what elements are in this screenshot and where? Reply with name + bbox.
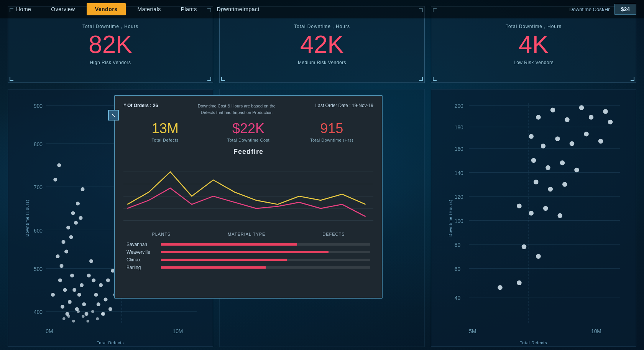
svg-point-30 [94, 293, 98, 297]
kpi-low-risk-title: Total Downtime , Hours [506, 24, 562, 29]
nav-vendors[interactable]: Vendors [87, 3, 126, 15]
tooltip-line-chart [123, 160, 373, 229]
nav-home[interactable]: Home [8, 3, 39, 15]
kpi-medium-risk-value: 42K [300, 32, 344, 57]
svg-text:180: 180 [455, 125, 463, 130]
svg-point-19 [68, 300, 72, 304]
svg-point-92 [555, 137, 560, 142]
svg-point-108 [536, 254, 541, 259]
svg-text:5M: 5M [469, 329, 476, 334]
svg-point-97 [545, 165, 550, 170]
svg-point-59 [96, 317, 99, 320]
svg-point-102 [562, 182, 567, 187]
svg-point-16 [61, 305, 64, 309]
legend-bar-savannah [161, 243, 297, 246]
svg-point-87 [579, 105, 584, 110]
svg-text:400: 400 [34, 309, 43, 315]
legend-bar-bg-weaverville [161, 251, 370, 253]
svg-text:800: 800 [34, 142, 43, 147]
legend-label-weaverville: Weaverville [127, 249, 157, 255]
tooltip-date: Last Order Date : 19-Nov-19 [315, 103, 373, 108]
svg-point-20 [70, 274, 74, 277]
svg-text:10M: 10M [173, 329, 183, 334]
svg-point-14 [51, 293, 55, 297]
svg-point-110 [498, 285, 503, 290]
chart-right: Downtime (Hours) Total Defects 200 180 1… [431, 89, 636, 347]
kpi-high-risk-subtitle: High Risk Vendors [90, 60, 131, 65]
svg-point-24 [80, 283, 84, 287]
svg-point-46 [74, 221, 78, 225]
svg-text:10M: 10M [591, 329, 601, 334]
svg-point-91 [541, 144, 546, 149]
legend-label-climax: Climax [127, 257, 157, 262]
svg-point-40 [60, 264, 64, 268]
svg-point-25 [82, 302, 86, 306]
kpi-low-risk-value: 4K [519, 32, 549, 57]
svg-point-49 [81, 187, 85, 191]
chart-right-y-label: Downtime (Hours) [449, 200, 453, 237]
svg-point-32 [99, 283, 103, 287]
navigation: Home Overview Vendors Materials Plants D… [0, 0, 644, 18]
svg-point-35 [106, 279, 110, 282]
svg-point-56 [82, 315, 85, 318]
svg-point-96 [531, 158, 536, 163]
tooltip-kpi-defects-label: Total Defects [123, 138, 207, 142]
svg-text:140: 140 [455, 170, 463, 176]
tooltip-chart-title: Feedfire [123, 148, 373, 156]
tooltip-label-plants: Plants [152, 232, 171, 236]
tooltip-kpis: 13M Total Defects $22K Total Downtime Co… [123, 121, 373, 142]
kpi-high-risk-title: Total Downtime , Hours [82, 24, 138, 29]
tooltip-kpi-defects-value: 13M [123, 121, 207, 136]
svg-point-54 [72, 320, 75, 323]
tooltip-header: # Of Orders : 26 Downtime Cost & Hours a… [123, 103, 373, 116]
tooltip-note: Downtime Cost & Hours are based on theDe… [162, 103, 312, 116]
nav-plants[interactable]: Plants [172, 3, 205, 15]
tooltip-orders: # Of Orders : 26 [123, 103, 158, 108]
chart-left-y-label: Downtime (Hours) [25, 200, 30, 237]
svg-text:160: 160 [455, 146, 463, 152]
svg-point-90 [529, 134, 534, 139]
nav-overview[interactable]: Overview [43, 3, 83, 15]
svg-point-86 [565, 117, 570, 122]
svg-point-21 [72, 288, 76, 292]
tooltip-label-defects: Defects [322, 232, 345, 236]
svg-point-106 [558, 213, 563, 218]
svg-point-50 [53, 178, 57, 182]
svg-point-95 [598, 139, 603, 144]
nav-right: Downtime Cost/Hr $24 [569, 4, 636, 15]
svg-text:700: 700 [34, 185, 43, 190]
nav-downtime-impact[interactable]: DowntimeImpact [209, 3, 268, 15]
legend-row-weaverville: Weaverville [127, 249, 370, 255]
legend-bar-weaverville [161, 251, 329, 253]
cost-value: $24 [614, 4, 636, 15]
legend-bar-bg-barling [161, 266, 370, 269]
svg-point-103 [517, 204, 522, 209]
legend-label-barling: Barling [127, 265, 157, 270]
svg-point-105 [543, 206, 548, 211]
svg-point-55 [77, 310, 80, 313]
tooltip-kpi-cost: $22K Total Downtime Cost [207, 121, 290, 142]
svg-point-34 [104, 298, 108, 302]
chart-right-svg: 200 180 160 140 120 100 80 60 40 5M 10M [435, 93, 632, 343]
svg-point-48 [79, 216, 83, 220]
tooltip-kpi-cost-value: $22K [207, 121, 290, 136]
svg-point-52 [62, 317, 66, 320]
svg-point-57 [87, 320, 90, 323]
nav-materials[interactable]: Materials [129, 3, 169, 15]
svg-point-111 [608, 120, 613, 125]
svg-point-15 [58, 279, 62, 282]
kpi-low-risk-subtitle: Low Risk Vendors [514, 60, 554, 65]
svg-point-101 [548, 187, 553, 192]
svg-point-60 [101, 312, 104, 315]
svg-point-85 [550, 108, 555, 113]
svg-point-109 [517, 281, 522, 286]
svg-point-23 [77, 293, 81, 297]
svg-text:80: 80 [455, 242, 461, 248]
svg-point-107 [522, 244, 527, 249]
svg-text:60: 60 [455, 266, 461, 272]
tooltip-chart-labels: Plants Material Type Defects [123, 232, 373, 236]
svg-point-44 [69, 235, 73, 239]
svg-text:900: 900 [34, 103, 43, 109]
svg-point-27 [87, 274, 91, 277]
svg-text:500: 500 [34, 266, 43, 272]
